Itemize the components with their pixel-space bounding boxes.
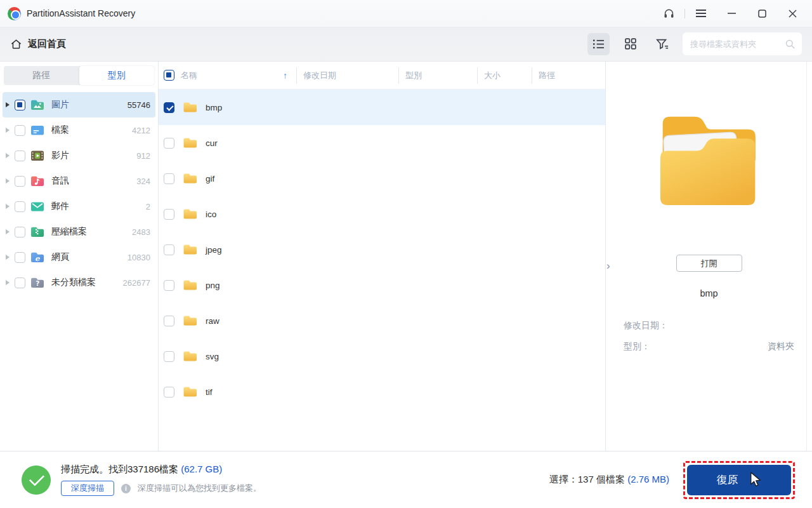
checkbox-empty[interactable] <box>15 150 25 161</box>
documents-folder-icon <box>30 123 45 138</box>
preview-panel: › 打開 bmp 修改日期： 型別： 資料夾 <box>606 62 812 451</box>
grid-view-button[interactable] <box>619 33 641 55</box>
sidebar-item-web[interactable]: e 網頁 10830 <box>3 244 155 270</box>
select-all-checkbox[interactable] <box>164 70 174 81</box>
titlebar: PartitionAssistant Recovery <box>0 0 812 27</box>
search-icon <box>785 39 796 50</box>
table-row[interactable]: ico <box>159 196 605 232</box>
folder-icon <box>183 172 198 185</box>
column-header-type[interactable]: 型別 <box>398 67 477 84</box>
checkbox-checked[interactable] <box>164 102 174 113</box>
collapse-panel-icon[interactable]: › <box>606 260 610 271</box>
expand-caret-icon[interactable] <box>6 255 10 260</box>
folder-icon <box>183 208 198 220</box>
folder-icon <box>183 314 198 327</box>
status-bar: 掃描完成。找到337186檔案 (62.7 GB) 深度掃描 i 深度掃描可以為… <box>0 451 812 508</box>
sidebar-item-videos[interactable]: 影片 912 <box>3 143 155 168</box>
table-row[interactable]: raw <box>159 303 605 338</box>
info-icon: i <box>121 484 131 493</box>
unknown-folder-icon: ? <box>30 275 45 290</box>
table-row[interactable]: bmp <box>159 90 605 125</box>
recover-highlight-box: 復原 <box>683 461 795 499</box>
open-button[interactable]: 打開 <box>676 255 742 272</box>
close-button[interactable] <box>782 4 803 23</box>
sort-ascending-icon[interactable]: ↑ <box>283 70 287 81</box>
search-box[interactable] <box>683 32 802 55</box>
expand-caret-icon[interactable] <box>6 128 10 133</box>
sidebar-item-documents[interactable]: 檔案 4212 <box>3 117 155 143</box>
sidebar-item-archives[interactable]: 壓縮檔案 2483 <box>3 219 155 244</box>
tab-type[interactable]: 型別 <box>79 66 155 85</box>
sidebar-item-images[interactable]: 圖片 55746 <box>3 92 155 117</box>
table-row[interactable]: tif <box>159 374 605 410</box>
list-view-button[interactable] <box>587 33 610 55</box>
type-value: 資料夾 <box>768 341 794 352</box>
expand-caret-icon[interactable] <box>6 153 10 158</box>
app-window: PartitionAssistant Recovery <box>0 0 812 508</box>
expand-caret-icon[interactable] <box>6 178 10 184</box>
table-row[interactable]: gif <box>159 161 605 196</box>
expand-caret-icon[interactable] <box>6 204 10 209</box>
checkbox-empty[interactable] <box>164 351 174 362</box>
menu-hamburger-icon[interactable] <box>690 4 712 23</box>
column-header-modified[interactable]: 修改日期 <box>296 67 398 84</box>
checkbox-empty[interactable] <box>15 176 25 187</box>
deep-scan-button[interactable]: 深度掃描 <box>61 481 114 496</box>
table-row[interactable]: svg <box>159 338 605 374</box>
minimize-button[interactable] <box>721 4 742 23</box>
checkbox-empty[interactable] <box>15 277 25 288</box>
checkbox-empty[interactable] <box>15 227 25 237</box>
sidebar-item-audio[interactable]: 音訊 324 <box>3 168 155 194</box>
expand-caret-icon[interactable] <box>6 102 10 107</box>
archive-folder-icon <box>30 224 45 239</box>
sidebar-item-unclassified[interactable]: ? 未分類檔案 262677 <box>3 270 155 295</box>
checkbox-empty[interactable] <box>164 173 174 184</box>
toolbar: 返回首頁 <box>0 27 812 62</box>
checkbox-empty[interactable] <box>164 280 174 291</box>
back-home-button[interactable]: 返回首頁 <box>10 38 66 50</box>
folder-icon <box>183 101 198 114</box>
expand-caret-icon[interactable] <box>6 280 10 285</box>
mail-folder-icon <box>30 199 45 214</box>
expand-caret-icon[interactable] <box>6 229 10 234</box>
column-header-path[interactable]: 路徑 <box>532 67 605 84</box>
folder-icon <box>183 385 198 398</box>
checkbox-empty[interactable] <box>164 244 174 255</box>
titlebar-separator <box>684 9 685 18</box>
checkbox-empty[interactable] <box>164 316 174 326</box>
recover-button[interactable]: 復原 <box>687 465 791 495</box>
column-header-name[interactable]: 名稱 <box>181 70 197 81</box>
tab-path[interactable]: 路徑 <box>4 66 79 85</box>
app-title: PartitionAssistant Recovery <box>27 8 135 18</box>
images-folder-icon <box>30 97 45 112</box>
file-table: 名稱 ↑ 修改日期 型別 大小 路徑 bmp cur g <box>159 62 606 451</box>
checkbox-empty[interactable] <box>15 125 25 136</box>
sidebar-item-mail[interactable]: 郵件 2 <box>3 194 155 219</box>
folder-icon <box>183 279 198 291</box>
selection-summary: 選擇：137 個檔案 (2.76 MB) <box>549 474 669 486</box>
checkbox-empty[interactable] <box>15 201 25 212</box>
table-row[interactable]: png <box>159 267 605 303</box>
support-headset-icon[interactable] <box>658 4 679 23</box>
folder-icon <box>183 350 198 363</box>
search-input[interactable] <box>690 39 785 49</box>
filter-button[interactable] <box>651 33 673 55</box>
app-logo-icon <box>8 7 21 20</box>
checkbox-empty[interactable] <box>164 138 174 149</box>
table-row[interactable]: jpeg <box>159 232 605 267</box>
svg-text:?: ? <box>36 279 39 287</box>
maximize-button[interactable] <box>751 4 773 23</box>
type-label: 型別： <box>624 341 650 352</box>
folder-icon <box>183 243 198 256</box>
checkbox-indeterminate[interactable] <box>15 100 25 110</box>
modified-date-label: 修改日期： <box>624 320 668 331</box>
sidebar: 路徑 型別 圖片 55746 <box>0 62 159 451</box>
checkbox-empty[interactable] <box>164 209 174 220</box>
videos-folder-icon <box>30 148 45 163</box>
column-header-size[interactable]: 大小 <box>477 67 532 84</box>
checkbox-empty[interactable] <box>164 387 174 398</box>
checkbox-empty[interactable] <box>15 252 25 263</box>
table-row[interactable]: cur <box>159 125 605 161</box>
scan-success-icon <box>22 465 51 495</box>
preview-file-name: bmp <box>700 288 717 298</box>
